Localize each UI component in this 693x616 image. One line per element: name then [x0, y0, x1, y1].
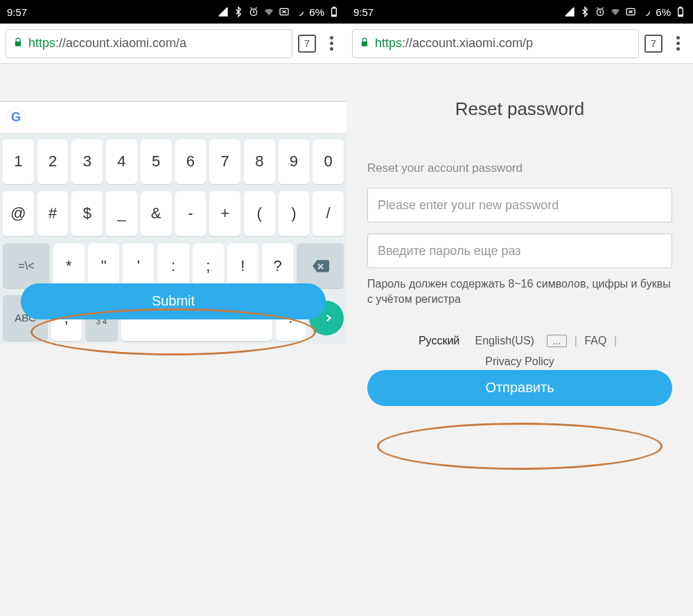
google-logo-icon[interactable]: G: [7, 108, 25, 126]
tabs-button[interactable]: 7: [644, 35, 663, 53]
page-title: Reset password: [367, 98, 672, 120]
key-rparen[interactable]: ): [279, 191, 310, 236]
key-squote[interactable]: ': [123, 243, 154, 288]
key-1[interactable]: 1: [3, 139, 34, 184]
url-scheme: https: [375, 36, 402, 50]
key-dash[interactable]: -: [175, 191, 207, 236]
highlight-ellipse: [377, 423, 663, 470]
wifi-icon: [263, 6, 274, 17]
key-symshift[interactable]: =\<: [3, 243, 50, 288]
wifi-icon: [610, 6, 621, 17]
kb-row-2: @ # $ _ & - + ( ) /: [3, 191, 344, 236]
svg-rect-6: [332, 15, 335, 16]
svg-point-3: [296, 8, 304, 16]
key-4[interactable]: 4: [106, 139, 137, 184]
svg-rect-13: [678, 15, 682, 16]
key-underscore[interactable]: _: [106, 191, 137, 236]
key-at[interactable]: @: [3, 191, 34, 236]
key-7[interactable]: 7: [209, 139, 240, 184]
status-icons: 6%: [218, 6, 340, 18]
status-time: 9:57: [7, 6, 27, 18]
tabs-button[interactable]: 7: [298, 35, 316, 53]
battery-icon: [675, 6, 686, 17]
faq-link[interactable]: FAQ: [584, 335, 606, 346]
signal-icon: [564, 6, 575, 17]
url-path: ://account.xiaomi.com/a: [55, 36, 186, 50]
kb-row-1: 1 2 3 4 5 6 7 8 9 0: [3, 139, 344, 184]
phone-left: 9:57 6% https://account.xiaomi.com/a 7 A…: [0, 0, 346, 616]
key-2[interactable]: 2: [37, 139, 69, 184]
url-path: ://account.xiaomi.com/p: [402, 36, 533, 50]
x-box-icon: [625, 6, 636, 17]
browser-bar: https://account.xiaomi.com/a 7: [0, 24, 346, 64]
password-requirements: Пароль должен содержать 8~16 символов, ц…: [367, 276, 672, 308]
key-plus[interactable]: +: [209, 191, 240, 236]
svg-rect-12: [680, 7, 682, 8]
key-lparen[interactable]: (: [244, 191, 275, 236]
alarm-icon: [248, 6, 259, 17]
submit-button[interactable]: Отправить: [367, 370, 672, 406]
key-dollar[interactable]: $: [71, 191, 103, 236]
bluetooth-icon: [233, 6, 244, 17]
key-9[interactable]: 9: [279, 139, 310, 184]
account-verification-page: Account verification Send verification c…: [0, 64, 346, 344]
kb-row-3: =\< * " ' : ; ! ?: [3, 243, 344, 288]
key-dquote[interactable]: ": [88, 243, 119, 288]
reset-password-page: Reset password Reset your account passwo…: [346, 64, 693, 406]
address-bar[interactable]: https://account.xiaomi.com/p: [352, 29, 639, 58]
svg-point-10: [642, 8, 650, 16]
address-bar[interactable]: https://account.xiaomi.com/a: [6, 29, 292, 58]
phone-right: 9:57 6% https://account.xiaomi.com/p 7 R…: [346, 0, 693, 616]
lang-more[interactable]: ...: [547, 335, 568, 347]
status-time: 9:57: [353, 6, 374, 18]
status-bar: 9:57 6%: [346, 0, 693, 24]
status-bar: 9:57 6%: [0, 0, 346, 24]
reset-hint: Reset your account password: [367, 161, 672, 175]
battery-pct: 6%: [656, 6, 671, 18]
key-semicolon[interactable]: ;: [193, 243, 224, 288]
submit-button[interactable]: Submit: [21, 283, 326, 319]
key-8[interactable]: 8: [244, 139, 275, 184]
lock-icon: [13, 36, 23, 51]
key-amp[interactable]: &: [141, 191, 172, 236]
key-hash[interactable]: #: [37, 191, 69, 236]
lock-icon: [360, 36, 369, 51]
key-bang[interactable]: !: [227, 243, 258, 288]
loading-icon: [294, 6, 305, 17]
browser-bar: https://account.xiaomi.com/p 7: [346, 24, 693, 64]
bluetooth-icon: [579, 6, 590, 17]
key-slash[interactable]: /: [313, 191, 344, 236]
privacy-link[interactable]: Privacy Policy: [485, 355, 554, 367]
key-3[interactable]: 3: [71, 139, 103, 184]
status-icons: 6%: [564, 6, 686, 18]
loading-icon: [640, 6, 651, 17]
key-5[interactable]: 5: [141, 139, 172, 184]
key-star[interactable]: *: [53, 243, 85, 288]
lang-en[interactable]: English(US): [475, 335, 534, 346]
key-0[interactable]: 0: [313, 139, 344, 184]
confirm-password-input[interactable]: Введите пароль еще раз: [367, 234, 672, 268]
key-6[interactable]: 6: [175, 139, 207, 184]
alarm-icon: [595, 6, 606, 17]
url-scheme: https: [28, 36, 55, 50]
battery-icon: [328, 6, 340, 17]
key-backspace[interactable]: [297, 243, 344, 288]
lang-ru[interactable]: Русский: [419, 335, 459, 346]
svg-rect-5: [333, 7, 335, 8]
battery-pct: 6%: [309, 6, 324, 18]
menu-button[interactable]: [322, 36, 341, 51]
x-box-icon: [279, 6, 290, 17]
key-colon[interactable]: :: [157, 243, 188, 288]
signal-icon: [218, 6, 229, 17]
key-question[interactable]: ?: [262, 243, 293, 288]
menu-button[interactable]: [668, 36, 687, 51]
new-password-input[interactable]: Please enter your new password: [367, 188, 672, 222]
